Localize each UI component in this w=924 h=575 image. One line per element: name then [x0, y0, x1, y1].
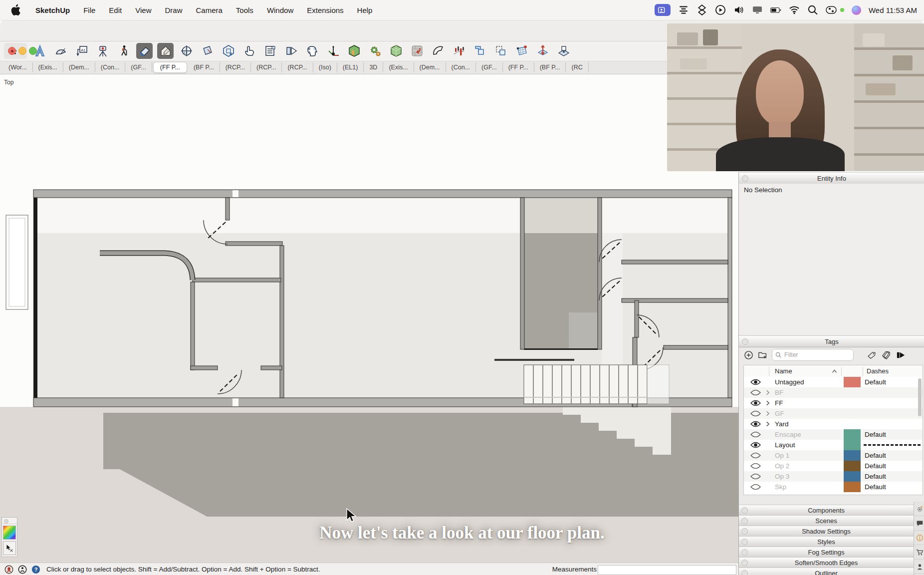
material-undo-tool[interactable] — [409, 43, 425, 59]
control-center-icon[interactable] — [826, 4, 837, 15]
cart-icon[interactable] — [914, 545, 924, 560]
panel-section-soften-smooth-edges[interactable]: Soften/Smooth Edges — [739, 557, 914, 568]
menu-extensions[interactable]: Extensions — [307, 6, 343, 14]
play-status-icon[interactable] — [715, 4, 726, 15]
scene-tab[interactable]: 3D — [364, 62, 383, 72]
chevron-right-icon[interactable] — [766, 400, 770, 406]
panel-section-fog-settings[interactable]: Fog Settings — [739, 547, 914, 558]
scene-tab[interactable]: (Dem... — [414, 62, 446, 72]
sketch-house-tool[interactable] — [157, 43, 174, 59]
compass-tool[interactable]: CA-B — [178, 43, 195, 59]
eye-hidden-icon[interactable] — [750, 463, 761, 469]
display-icon[interactable] — [752, 4, 763, 15]
chat-icon[interactable] — [914, 516, 924, 531]
eraser-tool[interactable] — [136, 43, 153, 59]
manage-tags-icon[interactable] — [881, 349, 892, 360]
alert-icon[interactable] — [4, 565, 13, 574]
menu-clock[interactable]: Wed 11:53 AM — [869, 6, 917, 14]
dashes-column-header[interactable]: Dashes — [867, 367, 889, 375]
point-hand-tool[interactable] — [241, 43, 257, 59]
settings-gear-icon[interactable] — [914, 502, 924, 516]
eye-hidden-icon[interactable] — [750, 410, 761, 417]
scene-tab[interactable]: (FF P... — [503, 62, 534, 72]
spotlight-icon[interactable] — [807, 4, 818, 15]
entity-info-header[interactable]: Entity Info — [739, 172, 924, 184]
report-panel-tool[interactable] — [262, 43, 278, 59]
extension-gears-tool[interactable] — [367, 43, 383, 59]
eye-visible-icon[interactable] — [750, 421, 761, 427]
tag-folder-row[interactable]: GF — [744, 408, 923, 419]
add-tag-button[interactable] — [743, 349, 754, 360]
scene-tab[interactable]: (Iso) — [313, 62, 337, 72]
tag-folder-row[interactable]: Yard — [744, 419, 923, 429]
panel-section-scenes[interactable]: Scenes — [739, 515, 914, 526]
copy-array-tool[interactable] — [471, 43, 488, 59]
name-column-header[interactable]: Name — [775, 367, 792, 375]
scene-tab[interactable]: (RC — [566, 62, 588, 72]
walk-tool[interactable] — [115, 43, 132, 59]
scene-tab[interactable]: (Con... — [95, 62, 126, 72]
cursor-scissors-icon[interactable] — [3, 541, 16, 555]
account-icon[interactable] — [914, 560, 924, 574]
spacing-tool[interactable] — [534, 43, 551, 59]
scene-tab[interactable]: (GF... — [476, 62, 503, 72]
eye-hidden-icon[interactable] — [750, 389, 761, 396]
scene-tab[interactable]: (EL1) — [337, 62, 364, 72]
panel-section-components[interactable]: Components — [739, 505, 914, 516]
tags-column-header[interactable]: Name Dashes — [743, 365, 923, 378]
tag-row[interactable]: UntaggedDefault — [744, 377, 923, 387]
drape-stamp-tool[interactable] — [555, 43, 572, 59]
position-camera-tool[interactable] — [94, 43, 111, 59]
follow-me-arc-tool[interactable] — [430, 43, 446, 59]
eye-hidden-icon[interactable] — [750, 484, 761, 490]
menu-tools[interactable]: Tools — [236, 6, 253, 14]
section-plane-tool[interactable] — [199, 43, 216, 59]
eye-hidden-icon[interactable] — [750, 431, 761, 438]
solid-volume-tool[interactable] — [346, 43, 362, 59]
scene-tab[interactable]: (Con... — [446, 62, 476, 72]
chevron-right-icon[interactable] — [766, 411, 770, 416]
minimize-window-button[interactable] — [18, 47, 26, 55]
scene-tab[interactable]: (RCP... — [220, 62, 251, 72]
menu-draw[interactable]: Draw — [165, 6, 182, 14]
tag-row[interactable]: Op 2Default — [744, 461, 923, 471]
scene-tab[interactable]: (BF P... — [534, 62, 566, 72]
panel-section-styles[interactable]: Styles — [739, 536, 914, 547]
measurements-input[interactable] — [598, 565, 736, 575]
ai-profile-tool[interactable] — [304, 43, 320, 59]
scene-tab-active[interactable]: (FF P... — [153, 62, 187, 73]
tag-folder-row[interactable]: FF — [744, 398, 923, 408]
advance-step-tool[interactable] — [283, 43, 299, 59]
tag-row[interactable]: SkpDefault — [744, 482, 923, 492]
tag-row[interactable]: EnscapeDefault — [744, 429, 923, 440]
eye-hidden-icon[interactable] — [750, 452, 761, 459]
tag-row[interactable]: Layout — [744, 440, 923, 450]
scene-tab[interactable]: (RCP... — [251, 62, 282, 72]
paste-array-tool[interactable] — [492, 43, 509, 59]
chevron-right-icon[interactable] — [766, 421, 770, 427]
protractor-tool[interactable] — [52, 43, 69, 59]
panel-section-outliner[interactable]: Outliner — [739, 568, 914, 575]
eye-hidden-icon[interactable] — [750, 473, 761, 480]
menu-app-name[interactable]: SketchUp — [35, 6, 70, 14]
chevron-right-icon[interactable] — [766, 390, 770, 395]
floor-plan-canvas[interactable] — [0, 78, 738, 563]
panel-section-shadow-settings[interactable]: Shadow Settings — [739, 526, 914, 537]
panel-collapse-dot[interactable] — [742, 338, 748, 345]
tags-filter-field[interactable] — [772, 349, 854, 361]
soften-edges-tool[interactable] — [388, 43, 404, 59]
details-menu-button[interactable] — [895, 349, 906, 360]
menu-view[interactable]: View — [135, 6, 151, 14]
menu-file[interactable]: File — [83, 6, 95, 14]
help-icon[interactable]: ? — [31, 565, 40, 574]
text-label-tool[interactable]: A1 — [73, 43, 90, 59]
shortcuts-icon[interactable] — [696, 4, 707, 15]
tag-row[interactable]: Op 1Default — [744, 450, 923, 461]
close-window-button[interactable] — [8, 47, 16, 55]
add-tag-folder-button[interactable] — [757, 349, 768, 360]
grid-points-tool[interactable] — [513, 43, 530, 59]
tags-scrollbar[interactable] — [918, 378, 922, 416]
menu-window[interactable]: Window — [267, 6, 293, 14]
menu-help[interactable]: Help — [357, 6, 373, 14]
menu-camera[interactable]: Camera — [196, 6, 222, 14]
